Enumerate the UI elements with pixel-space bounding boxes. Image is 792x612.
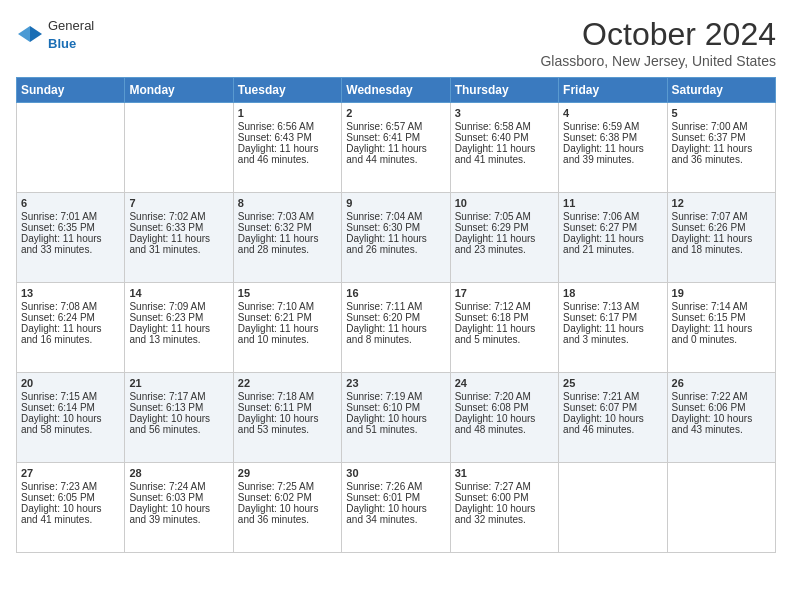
day-info: Daylight: 11 hours and 28 minutes. (238, 233, 337, 255)
day-info: Sunset: 6:38 PM (563, 132, 662, 143)
calendar-cell: 31Sunrise: 7:27 AMSunset: 6:00 PMDayligh… (450, 463, 558, 553)
day-info: Sunset: 6:43 PM (238, 132, 337, 143)
day-number: 13 (21, 287, 120, 299)
logo-icon (16, 24, 44, 44)
day-number: 26 (672, 377, 771, 389)
day-info: Sunrise: 7:05 AM (455, 211, 554, 222)
day-info: Sunset: 6:02 PM (238, 492, 337, 503)
day-info: Daylight: 10 hours and 43 minutes. (672, 413, 771, 435)
day-info: Daylight: 11 hours and 23 minutes. (455, 233, 554, 255)
day-number: 11 (563, 197, 662, 209)
day-info: Daylight: 11 hours and 39 minutes. (563, 143, 662, 165)
day-info: Sunrise: 7:18 AM (238, 391, 337, 402)
day-info: Sunset: 6:29 PM (455, 222, 554, 233)
day-info: Sunrise: 7:19 AM (346, 391, 445, 402)
day-info: Sunrise: 7:06 AM (563, 211, 662, 222)
calendar-cell: 2Sunrise: 6:57 AMSunset: 6:41 PMDaylight… (342, 103, 450, 193)
day-info: Sunrise: 7:25 AM (238, 481, 337, 492)
calendar-cell: 25Sunrise: 7:21 AMSunset: 6:07 PMDayligh… (559, 373, 667, 463)
calendar-cell: 10Sunrise: 7:05 AMSunset: 6:29 PMDayligh… (450, 193, 558, 283)
calendar-cell: 18Sunrise: 7:13 AMSunset: 6:17 PMDayligh… (559, 283, 667, 373)
day-number: 27 (21, 467, 120, 479)
day-info: Sunset: 6:06 PM (672, 402, 771, 413)
day-info: Sunset: 6:14 PM (21, 402, 120, 413)
location: Glassboro, New Jersey, United States (540, 53, 776, 69)
calendar-cell: 11Sunrise: 7:06 AMSunset: 6:27 PMDayligh… (559, 193, 667, 283)
day-info: Sunrise: 7:07 AM (672, 211, 771, 222)
calendar-cell: 6Sunrise: 7:01 AMSunset: 6:35 PMDaylight… (17, 193, 125, 283)
day-info: Sunrise: 7:12 AM (455, 301, 554, 312)
day-number: 12 (672, 197, 771, 209)
day-info: Daylight: 11 hours and 21 minutes. (563, 233, 662, 255)
calendar-week-5: 27Sunrise: 7:23 AMSunset: 6:05 PMDayligh… (17, 463, 776, 553)
day-info: Sunset: 6:15 PM (672, 312, 771, 323)
day-info: Sunrise: 7:02 AM (129, 211, 228, 222)
day-info: Sunset: 6:07 PM (563, 402, 662, 413)
day-number: 9 (346, 197, 445, 209)
day-number: 4 (563, 107, 662, 119)
day-info: Sunrise: 7:08 AM (21, 301, 120, 312)
day-info: Sunset: 6:32 PM (238, 222, 337, 233)
day-info: Sunset: 6:20 PM (346, 312, 445, 323)
calendar-cell: 28Sunrise: 7:24 AMSunset: 6:03 PMDayligh… (125, 463, 233, 553)
day-info: Sunset: 6:03 PM (129, 492, 228, 503)
day-number: 19 (672, 287, 771, 299)
day-number: 14 (129, 287, 228, 299)
day-info: Sunset: 6:11 PM (238, 402, 337, 413)
logo: General Blue (16, 16, 94, 52)
day-info: Sunrise: 7:15 AM (21, 391, 120, 402)
day-info: Sunset: 6:24 PM (21, 312, 120, 323)
day-info: Daylight: 10 hours and 48 minutes. (455, 413, 554, 435)
day-info: Daylight: 11 hours and 33 minutes. (21, 233, 120, 255)
day-info: Sunrise: 7:20 AM (455, 391, 554, 402)
calendar-cell: 21Sunrise: 7:17 AMSunset: 6:13 PMDayligh… (125, 373, 233, 463)
day-info: Daylight: 11 hours and 31 minutes. (129, 233, 228, 255)
calendar-cell (667, 463, 775, 553)
day-info: Sunrise: 7:24 AM (129, 481, 228, 492)
calendar-cell: 1Sunrise: 6:56 AMSunset: 6:43 PMDaylight… (233, 103, 341, 193)
day-number: 17 (455, 287, 554, 299)
day-info: Sunset: 6:41 PM (346, 132, 445, 143)
day-info: Daylight: 11 hours and 16 minutes. (21, 323, 120, 345)
day-info: Sunset: 6:35 PM (21, 222, 120, 233)
day-info: Sunrise: 7:23 AM (21, 481, 120, 492)
calendar-week-3: 13Sunrise: 7:08 AMSunset: 6:24 PMDayligh… (17, 283, 776, 373)
day-info: Daylight: 10 hours and 39 minutes. (129, 503, 228, 525)
calendar-cell: 14Sunrise: 7:09 AMSunset: 6:23 PMDayligh… (125, 283, 233, 373)
day-info: Daylight: 11 hours and 10 minutes. (238, 323, 337, 345)
day-info: Daylight: 10 hours and 51 minutes. (346, 413, 445, 435)
day-info: Sunrise: 7:13 AM (563, 301, 662, 312)
calendar-cell: 19Sunrise: 7:14 AMSunset: 6:15 PMDayligh… (667, 283, 775, 373)
header-cell-saturday: Saturday (667, 78, 775, 103)
day-info: Sunrise: 7:26 AM (346, 481, 445, 492)
calendar-cell: 23Sunrise: 7:19 AMSunset: 6:10 PMDayligh… (342, 373, 450, 463)
month-title: October 2024 (540, 16, 776, 53)
calendar-cell: 5Sunrise: 7:00 AMSunset: 6:37 PMDaylight… (667, 103, 775, 193)
logo-general: General (48, 18, 94, 33)
day-info: Daylight: 10 hours and 53 minutes. (238, 413, 337, 435)
day-number: 10 (455, 197, 554, 209)
day-info: Daylight: 11 hours and 8 minutes. (346, 323, 445, 345)
logo-text: General Blue (48, 16, 94, 52)
day-info: Sunrise: 6:59 AM (563, 121, 662, 132)
day-number: 20 (21, 377, 120, 389)
day-info: Sunset: 6:13 PM (129, 402, 228, 413)
day-info: Sunrise: 6:58 AM (455, 121, 554, 132)
day-info: Sunrise: 7:00 AM (672, 121, 771, 132)
header-cell-wednesday: Wednesday (342, 78, 450, 103)
day-number: 30 (346, 467, 445, 479)
day-info: Daylight: 11 hours and 3 minutes. (563, 323, 662, 345)
day-info: Sunset: 6:40 PM (455, 132, 554, 143)
day-number: 8 (238, 197, 337, 209)
calendar-week-2: 6Sunrise: 7:01 AMSunset: 6:35 PMDaylight… (17, 193, 776, 283)
day-info: Sunrise: 7:14 AM (672, 301, 771, 312)
calendar-cell: 3Sunrise: 6:58 AMSunset: 6:40 PMDaylight… (450, 103, 558, 193)
calendar-cell: 8Sunrise: 7:03 AMSunset: 6:32 PMDaylight… (233, 193, 341, 283)
day-info: Daylight: 10 hours and 32 minutes. (455, 503, 554, 525)
day-info: Sunset: 6:01 PM (346, 492, 445, 503)
day-info: Sunrise: 7:11 AM (346, 301, 445, 312)
day-info: Sunset: 6:10 PM (346, 402, 445, 413)
day-info: Sunset: 6:37 PM (672, 132, 771, 143)
day-info: Sunset: 6:00 PM (455, 492, 554, 503)
day-info: Daylight: 11 hours and 26 minutes. (346, 233, 445, 255)
